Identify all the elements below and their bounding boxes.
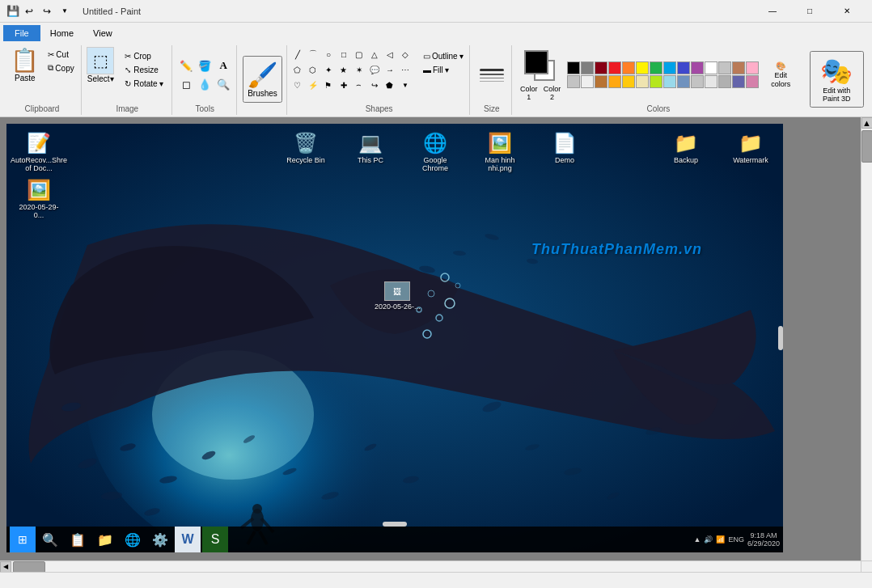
swatch-darkred[interactable] xyxy=(595,61,607,74)
tab-home[interactable]: Home xyxy=(40,25,83,41)
fill-shapes-button[interactable]: ▬ Fill ▾ xyxy=(419,64,468,76)
desktop-icon-autorecover[interactable]: 📝 AutoRecov...Shre of Doc... xyxy=(15,132,63,172)
resize-button[interactable]: ⤡ Resize xyxy=(121,64,167,76)
swatch-lime[interactable] xyxy=(650,75,662,88)
color1-swatch[interactable] xyxy=(524,50,548,74)
swatch-orange[interactable] xyxy=(622,61,635,74)
color-picker-button[interactable]: 💧 xyxy=(196,75,214,93)
fill-button[interactable]: 🪣 xyxy=(196,57,214,74)
shape-rtriangle[interactable]: ◁ xyxy=(383,47,397,61)
shape-diamond[interactable]: ◇ xyxy=(398,47,413,61)
swatch-pink[interactable] xyxy=(746,61,759,74)
shape-curve[interactable]: ⌒ xyxy=(306,47,320,61)
paint-canvas[interactable]: 🗑️ Recycle Bin 💻 This PC 🌐 Google Chrome… xyxy=(6,124,783,552)
shape-star6[interactable]: ✶ xyxy=(352,62,366,77)
start-button[interactable]: ⊞ xyxy=(10,527,36,552)
scroll-thumb-horizontal[interactable] xyxy=(13,561,45,573)
redo-button[interactable]: ↪ xyxy=(39,3,55,19)
desktop-icon-screenshot[interactable]: 🖼️ 2020-05-29-0... xyxy=(15,179,63,219)
size-line-thin[interactable] xyxy=(480,78,504,78)
eraser-button[interactable]: ◻ xyxy=(177,75,195,93)
desktop-icon-thispc[interactable]: 💻 This PC xyxy=(346,132,395,172)
resize-handle-bottom[interactable] xyxy=(383,522,407,527)
crop-button[interactable]: ✂ Crop xyxy=(121,50,167,62)
swatch-blue[interactable] xyxy=(663,61,676,74)
outline-button[interactable]: ▭ Outline ▾ xyxy=(419,50,468,62)
shape-oval[interactable]: ○ xyxy=(321,47,336,61)
magnifier-button[interactable]: 🔍 xyxy=(214,75,232,93)
taskbar-clock[interactable]: 9:18 AM 6/29/2020 xyxy=(747,531,780,548)
resize-handle-right[interactable] xyxy=(778,326,783,350)
desktop-icon-center[interactable]: 🖼 2020-05-26-... xyxy=(375,281,421,311)
taskbar-settings[interactable]: ⚙️ xyxy=(147,527,173,552)
swatch-copper[interactable] xyxy=(595,75,607,88)
swatch-cream[interactable] xyxy=(636,75,649,88)
shape-lightning[interactable]: ⚡ xyxy=(306,78,320,92)
swatch-mauve[interactable] xyxy=(746,75,759,88)
shape-flag[interactable]: ⚑ xyxy=(321,78,336,92)
size-line-thinnest[interactable] xyxy=(480,81,504,82)
taskbar-taskview[interactable]: 📋 xyxy=(65,527,91,552)
shape-pentagon[interactable]: ⬠ xyxy=(290,62,305,77)
swatch-yellow[interactable] xyxy=(636,61,649,74)
desktop-icon-manhinhpng[interactable]: 🖼️ Man hinh nhi.png xyxy=(476,132,524,172)
pencil-button[interactable]: ✏️ xyxy=(177,57,195,74)
copy-button[interactable]: ⧉ Copy xyxy=(44,61,77,74)
swatch-green[interactable] xyxy=(650,61,662,74)
select-button[interactable]: ⬚ xyxy=(87,47,114,74)
shape-callout[interactable]: 💬 xyxy=(367,62,382,77)
shape-star5[interactable]: ★ xyxy=(337,62,351,77)
edit-colors-button[interactable]: 🎨 Edit colors xyxy=(764,60,798,91)
swatch-verylightgray[interactable] xyxy=(705,75,717,88)
close-button[interactable]: ✕ xyxy=(828,0,866,23)
quick-access-dropdown[interactable]: ▼ xyxy=(57,3,73,19)
scroll-thumb-vertical[interactable] xyxy=(861,130,872,163)
swatch-lightest[interactable] xyxy=(581,75,594,88)
swatch-indigo[interactable] xyxy=(677,61,690,74)
shape-star4[interactable]: ✦ xyxy=(321,62,336,77)
text-button[interactable]: A xyxy=(214,57,232,74)
edit-with-paint3d-button[interactable]: 🎭 Edit with Paint 3D xyxy=(810,51,864,108)
desktop-icon-chrome[interactable]: 🌐 Google Chrome xyxy=(411,132,459,172)
taskbar-explorer[interactable]: 📁 xyxy=(92,527,118,552)
taskbar-chrome[interactable]: 🌐 xyxy=(120,527,146,552)
shapes-scroll[interactable]: ▼ xyxy=(398,78,413,92)
swatch-gray[interactable] xyxy=(581,61,594,74)
tab-file[interactable]: File xyxy=(3,25,40,41)
swatch-silver[interactable] xyxy=(567,75,580,88)
swatch-medgray[interactable] xyxy=(718,75,731,88)
desktop-icon-watermark[interactable]: 📁 Watermark xyxy=(726,132,775,164)
cut-button[interactable]: ✂ Cut xyxy=(44,49,77,61)
scroll-up-button[interactable]: ▲ xyxy=(861,117,872,129)
swatch-black[interactable] xyxy=(567,61,580,74)
rotate-button[interactable]: ↻ Rotate ▾ xyxy=(121,78,167,90)
taskbar-word[interactable]: W xyxy=(175,527,201,552)
swatch-lightgray[interactable] xyxy=(718,61,731,74)
shape-hexagon[interactable]: ⬡ xyxy=(306,62,320,77)
paste-button[interactable]: 📋 Paste xyxy=(6,47,43,85)
swatch-red[interactable] xyxy=(608,61,621,74)
desktop-icon-demo[interactable]: 📄 Demo xyxy=(540,132,589,172)
swatch-lavender[interactable] xyxy=(732,75,745,88)
minimize-button[interactable]: — xyxy=(754,0,791,23)
tab-view[interactable]: View xyxy=(83,25,122,41)
undo-button[interactable]: ↩ xyxy=(21,3,37,19)
desktop-icon-recyclebin[interactable]: 🗑️ Recycle Bin xyxy=(281,132,330,172)
scroll-left-button[interactable]: ◀ xyxy=(0,561,11,573)
shape-roundrect[interactable]: ▢ xyxy=(352,47,366,61)
shape-line[interactable]: ╱ xyxy=(290,47,305,61)
swatch-amber[interactable] xyxy=(622,75,635,88)
shape-more[interactable]: ⋯ xyxy=(398,62,413,77)
shape-cross[interactable]: ✚ xyxy=(337,78,351,92)
taskbar-s[interactable]: S xyxy=(202,527,228,552)
size-line-medium[interactable] xyxy=(480,74,504,75)
scrollbar-horizontal[interactable]: ◀ xyxy=(0,561,861,572)
shape-heart[interactable]: ♡ xyxy=(290,78,305,92)
taskbar-search[interactable]: 🔍 xyxy=(37,527,63,552)
shape-arrow[interactable]: → xyxy=(383,62,397,77)
swatch-gold[interactable] xyxy=(608,75,621,88)
swatch-purple[interactable] xyxy=(691,61,704,74)
brushes-button[interactable]: 🖌️ Brushes xyxy=(243,56,282,103)
swatch-lightblue[interactable] xyxy=(663,75,676,88)
shape-poly[interactable]: ⬟ xyxy=(383,78,397,92)
